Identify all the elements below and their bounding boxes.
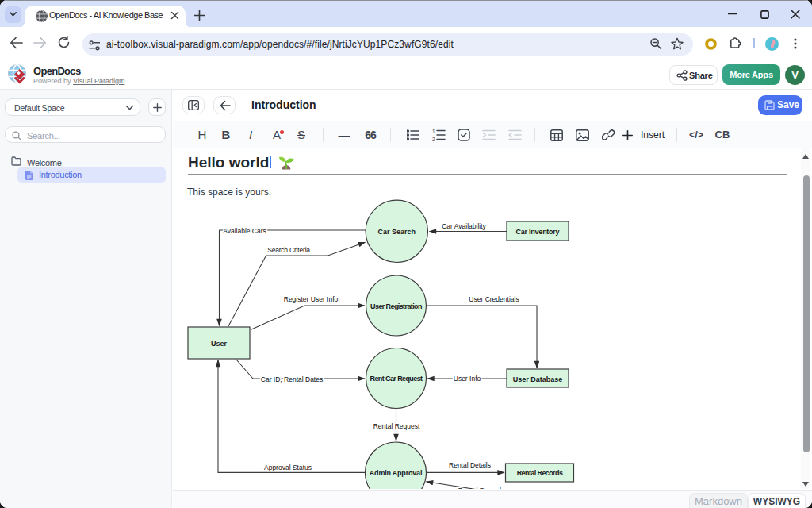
svg-text:Rental Request: Rental Request [373, 422, 420, 430]
svg-text:Available Cars: Available Cars [223, 227, 266, 235]
svg-text:Car ID, Rental Dates: Car ID, Rental Dates [261, 375, 323, 383]
svg-text:User Credentials: User Credentials [469, 295, 519, 303]
svg-text:Car Availability: Car Availability [442, 222, 486, 230]
svg-text:2: 2 [432, 137, 435, 142]
svg-text:Register User Info: Register User Info [284, 295, 339, 303]
svg-text:User Registration: User Registration [370, 302, 422, 310]
svg-text:User Database: User Database [513, 375, 563, 383]
svg-text:Rental Records: Rental Records [517, 469, 563, 477]
svg-text:User: User [211, 340, 228, 348]
svg-text:Admin Approval: Admin Approval [370, 469, 422, 477]
svg-text:User Info: User Info [454, 375, 481, 383]
svg-text:Search Criteria: Search Criteria [267, 246, 310, 254]
svg-text:Approval Status: Approval Status [264, 464, 312, 471]
svg-text:Car Search: Car Search [378, 228, 416, 236]
svg-text:Rent Car Request: Rent Car Request [370, 375, 423, 383]
svg-text:Rental Details: Rental Details [449, 461, 491, 469]
svg-text:Car Inventory: Car Inventory [516, 228, 560, 236]
svg-text:Rental Records: Rental Records [458, 487, 505, 490]
svg-text:1: 1 [432, 129, 435, 134]
